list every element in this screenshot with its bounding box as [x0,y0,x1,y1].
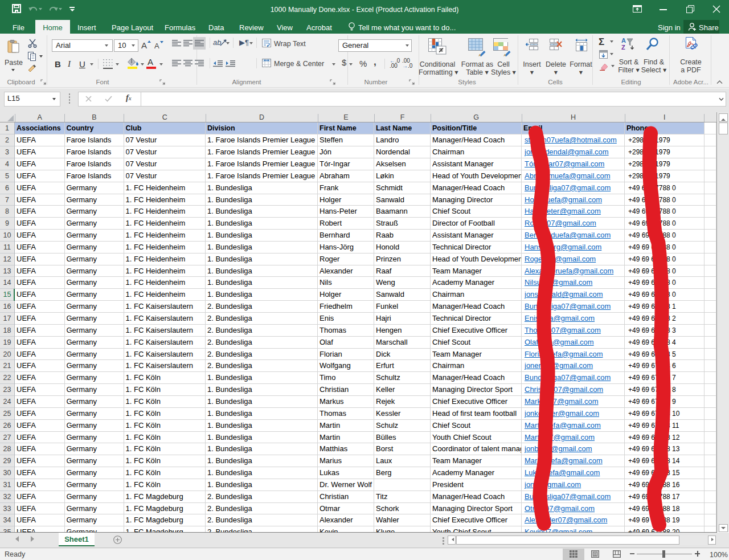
svg-text:Z: Z [621,44,625,51]
svg-text:A: A [621,38,626,44]
